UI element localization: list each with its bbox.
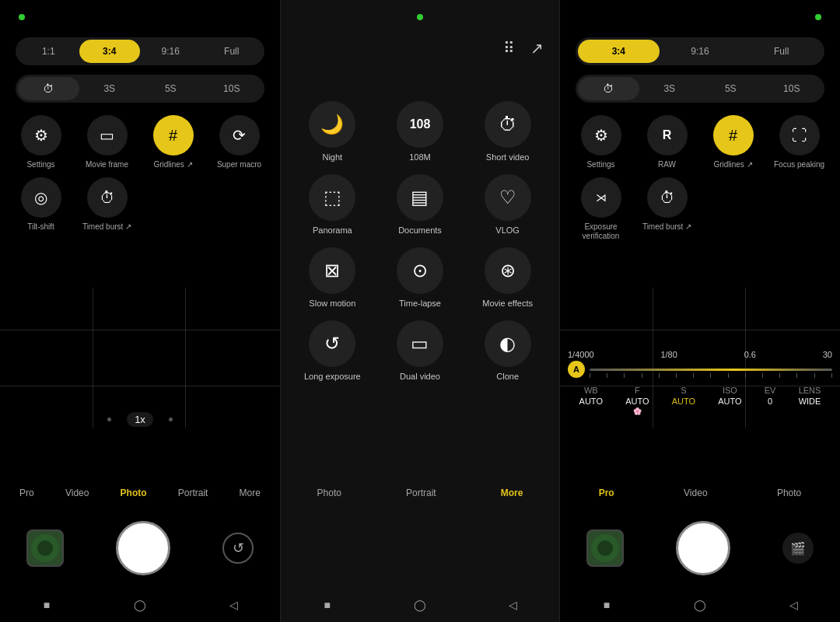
exposure-verify-item[interactable]: ⋊ Exposure verification — [568, 177, 634, 241]
movie-effects-icon: ⊛ — [485, 247, 531, 294]
share-icon-center[interactable]: ↗ — [530, 39, 544, 58]
tab-photo-left[interactable]: Photo — [119, 484, 149, 501]
nav-square-center[interactable]: ■ — [318, 596, 337, 614]
movie-effects-item[interactable]: ⊛ Movie effects — [464, 247, 551, 308]
center-panel: ⠿ ↗ 🌙 Night 108 108M ⏱ Short video ⬚ Pan… — [280, 0, 560, 622]
nav-circle-right[interactable]: ◯ — [691, 596, 709, 614]
thumbnail-right[interactable] — [586, 529, 624, 567]
aspect-3-4[interactable]: 3:4 — [79, 40, 141, 63]
gridlines-icon-right: # — [713, 115, 754, 156]
tab-more-left[interactable]: More — [238, 484, 262, 501]
tab-pro-left[interactable]: Pro — [18, 484, 36, 501]
sys-nav-right: ■ ◯ ◁ — [560, 596, 840, 614]
timer-icon-left[interactable]: ⏱ — [18, 77, 79, 100]
aspect-3-4-right[interactable]: 3:4 — [578, 40, 660, 63]
exposure-scale-bar[interactable] — [590, 369, 832, 371]
panorama-item[interactable]: ⬚ Panorama — [289, 174, 376, 235]
aspect-full-right[interactable]: Full — [740, 40, 822, 63]
pro-param-f[interactable]: F AUTO 🌸 — [625, 386, 649, 415]
camera-controls-left: ↺ — [0, 521, 280, 575]
timed-burst-item-right[interactable]: ⏱ Timed burst ↗ — [634, 177, 700, 241]
nav-back-center[interactable]: ◁ — [503, 596, 522, 614]
time-lapse-icon: ⊙ — [397, 247, 443, 294]
108m-icon: 108 — [397, 101, 443, 148]
clone-item[interactable]: ◐ Clone — [464, 320, 551, 381]
tab-photo-center[interactable]: Photo — [316, 484, 343, 501]
scale-val-4: 30 — [823, 350, 832, 359]
status-dot-center — [417, 14, 423, 20]
aspect-ratio-bar-left: 1:1 3:4 9:16 Full — [16, 37, 264, 65]
108m-item[interactable]: 108 108M — [376, 101, 464, 162]
pro-controls: 1/4000 1/80 0.6 30 A WB AUTO — [568, 350, 832, 415]
gridlines-icon-left: # — [153, 115, 194, 156]
video-button-right[interactable]: 🎬 — [782, 533, 814, 564]
timer-5s-left[interactable]: 5S — [140, 77, 201, 100]
aspect-9-16[interactable]: 9:16 — [140, 40, 201, 63]
dual-video-item[interactable]: ▭ Dual video — [376, 320, 464, 381]
raw-item[interactable]: R RAW — [634, 115, 700, 169]
sys-nav-left: ■ ◯ ◁ — [0, 596, 280, 614]
movie-frame-item[interactable]: ▭ Movie frame — [74, 115, 140, 169]
documents-item[interactable]: ▤ Documents — [376, 174, 464, 235]
short-video-item[interactable]: ⏱ Short video — [464, 101, 551, 162]
slow-motion-item[interactable]: ⊠ Slow motion — [289, 247, 376, 308]
nav-circle-left[interactable]: ◯ — [131, 596, 149, 614]
shutter-button-right[interactable] — [676, 521, 730, 575]
pro-param-lens[interactable]: LENS WIDE — [799, 386, 821, 415]
icons-grid-left: ⚙ Settings ▭ Movie frame # Gridlines ↗ ⟳… — [8, 115, 272, 232]
tab-portrait-left[interactable]: Portrait — [177, 484, 210, 501]
zoom-value-left[interactable]: 1x — [127, 412, 153, 427]
timer-icon-right[interactable]: ⏱ — [578, 77, 639, 100]
timer-10s-left[interactable]: 10S — [201, 77, 263, 100]
zoom-dot-left-1 — [107, 418, 111, 421]
aspect-9-16-right[interactable]: 9:16 — [660, 40, 741, 63]
tilt-shift-item[interactable]: ◎ Tilt-shift — [8, 177, 74, 232]
thumbnail-left[interactable] — [26, 529, 64, 567]
timer-10s-right[interactable]: 10S — [761, 77, 823, 100]
panorama-icon: ⬚ — [309, 174, 355, 221]
gridlines-item-left[interactable]: # Gridlines ↗ — [140, 115, 206, 169]
time-lapse-item[interactable]: ⊙ Time-lapse — [376, 247, 464, 308]
tab-pro-right[interactable]: Pro — [597, 484, 616, 501]
nav-back-left[interactable]: ◁ — [224, 596, 243, 614]
gridlines-item-right[interactable]: # Gridlines ↗ — [700, 115, 766, 169]
svg-point-1 — [37, 540, 53, 556]
tab-photo-right[interactable]: Photo — [775, 484, 803, 501]
tab-more-center[interactable]: More — [499, 484, 525, 501]
rotate-button-left[interactable]: ↺ — [222, 533, 254, 564]
settings-item-left[interactable]: ⚙ Settings — [8, 115, 74, 169]
aspect-1-1[interactable]: 1:1 — [18, 40, 79, 63]
nav-square-left[interactable]: ■ — [37, 596, 56, 614]
settings-item-right[interactable]: ⚙ Settings — [568, 115, 634, 169]
nav-back-right[interactable]: ◁ — [784, 596, 803, 614]
dual-video-icon: ▭ — [397, 320, 443, 367]
tab-video-right[interactable]: Video — [682, 484, 709, 501]
long-exposure-item[interactable]: ↺ Long exposure — [289, 320, 376, 381]
timer-3s-left[interactable]: 3S — [79, 77, 141, 100]
aspect-ratio-bar-right: 3:4 9:16 Full — [576, 37, 824, 65]
center-top-icons: ⠿ ↗ — [503, 39, 544, 58]
nav-square-right[interactable]: ■ — [597, 596, 616, 614]
vlog-item[interactable]: ♡ VLOG — [464, 174, 551, 235]
timer-5s-right[interactable]: 5S — [700, 77, 761, 100]
focus-peaking-item[interactable]: ⛶ Focus peaking — [766, 115, 832, 169]
tab-portrait-center[interactable]: Portrait — [404, 484, 438, 501]
super-macro-item[interactable]: ⟳ Super macro — [206, 115, 272, 169]
nav-circle-center[interactable]: ◯ — [411, 596, 429, 614]
timed-burst-item-left[interactable]: ⏱ Timed burst ↗ — [74, 177, 140, 232]
pro-param-iso[interactable]: ISO AUTO — [718, 386, 741, 415]
shutter-button-left[interactable] — [116, 521, 170, 575]
status-dot-left — [19, 14, 25, 20]
grid-icon-center[interactable]: ⠿ — [503, 39, 515, 58]
night-item[interactable]: 🌙 Night — [289, 101, 376, 162]
scale-val-2: 1/80 — [660, 350, 677, 359]
timer-3s-right[interactable]: 3S — [639, 77, 701, 100]
timed-burst-icon-right: ⏱ — [647, 177, 688, 218]
pro-param-s[interactable]: S AUTO — [672, 386, 695, 415]
timed-burst-icon-left: ⏱ — [87, 177, 128, 218]
tab-video-left[interactable]: Video — [64, 484, 90, 501]
pro-param-wb[interactable]: WB AUTO — [579, 386, 603, 415]
pro-param-ev[interactable]: EV 0 — [765, 386, 776, 415]
aspect-full[interactable]: Full — [201, 40, 263, 63]
focus-peaking-icon: ⛶ — [779, 115, 820, 156]
